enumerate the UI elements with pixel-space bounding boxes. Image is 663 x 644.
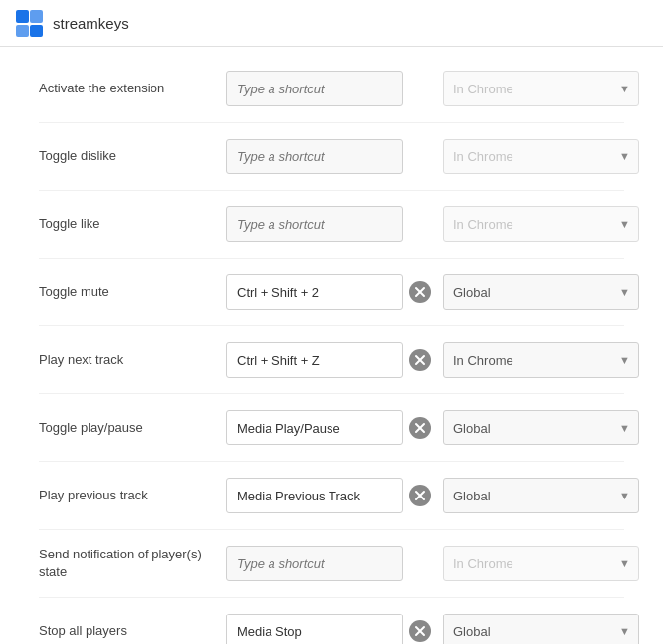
- shortcut-input-wrap-toggle-mute: [226, 274, 431, 310]
- svg-rect-1: [30, 10, 43, 23]
- shortcut-row-send-notification: Send notification of player(s) stateIn C…: [39, 530, 624, 598]
- clear-shortcut-button-play-next[interactable]: [409, 349, 431, 371]
- shortcut-label-play-next: Play next track: [39, 351, 226, 369]
- shortcut-input-wrap-stop-all: [226, 614, 431, 644]
- shortcut-input-wrap-toggle-play: [226, 410, 431, 445]
- shortcut-row-toggle-dislike: Toggle dislikeIn ChromeGlobal▼: [39, 123, 624, 191]
- scope-wrap-toggle-dislike: In ChromeGlobal▼: [443, 139, 639, 174]
- svg-rect-3: [30, 25, 43, 37]
- scope-select-toggle-like[interactable]: In ChromeGlobal: [443, 206, 639, 242]
- clear-shortcut-button-stop-all[interactable]: [409, 620, 431, 642]
- svg-rect-0: [16, 10, 29, 23]
- shortcut-input-toggle-dislike[interactable]: [226, 139, 403, 174]
- shortcut-input-stop-all[interactable]: [226, 614, 403, 644]
- scope-wrap-play-prev: In ChromeGlobal▼: [443, 478, 639, 513]
- shortcut-label-play-prev: Play previous track: [39, 487, 226, 504]
- scope-select-play-prev[interactable]: In ChromeGlobal: [443, 478, 639, 513]
- shortcuts-list: Activate the extensionIn ChromeGlobal▼To…: [0, 47, 663, 644]
- shortcut-row-play-prev: Play previous track In ChromeGlobal▼: [39, 462, 624, 530]
- scope-wrap-stop-all: In ChromeGlobal▼: [443, 614, 639, 644]
- scope-wrap-send-notification: In ChromeGlobal▼: [443, 546, 639, 581]
- app-logo: [16, 10, 43, 37]
- scope-select-toggle-play[interactable]: In ChromeGlobal: [443, 410, 639, 445]
- svg-rect-2: [16, 25, 29, 37]
- shortcut-input-send-notification[interactable]: [226, 546, 403, 581]
- shortcut-input-wrap-play-next: [226, 342, 431, 378]
- scope-select-toggle-dislike[interactable]: In ChromeGlobal: [443, 139, 639, 174]
- shortcut-label-toggle-dislike: Toggle dislike: [39, 147, 226, 165]
- shortcut-input-play-prev[interactable]: [226, 478, 403, 513]
- scope-wrap-activate: In ChromeGlobal▼: [443, 71, 639, 106]
- clear-shortcut-button-toggle-play[interactable]: [409, 417, 431, 439]
- shortcut-label-toggle-mute: Toggle mute: [39, 283, 226, 301]
- shortcut-label-toggle-like: Toggle like: [39, 215, 226, 233]
- shortcut-input-activate[interactable]: [226, 71, 403, 106]
- scope-wrap-play-next: In ChromeGlobal▼: [443, 342, 639, 378]
- scope-select-activate[interactable]: In ChromeGlobal: [443, 71, 639, 106]
- shortcut-input-wrap-activate: [226, 71, 431, 106]
- shortcut-row-play-next: Play next track In ChromeGlobal▼: [39, 326, 624, 394]
- shortcut-input-toggle-play[interactable]: [226, 410, 403, 445]
- shortcut-label-toggle-play: Toggle play/pause: [39, 419, 226, 437]
- shortcut-input-play-next[interactable]: [226, 342, 403, 378]
- app-header: streamkeys: [0, 0, 663, 47]
- shortcut-row-toggle-play: Toggle play/pause In ChromeGlobal▼: [39, 394, 624, 462]
- app-title: streamkeys: [53, 15, 129, 31]
- scope-wrap-toggle-play: In ChromeGlobal▼: [443, 410, 639, 445]
- shortcut-label-send-notification: Send notification of player(s) state: [39, 546, 226, 581]
- scope-wrap-toggle-mute: In ChromeGlobal▼: [443, 274, 639, 310]
- shortcut-input-wrap-toggle-dislike: [226, 139, 431, 174]
- scope-select-toggle-mute[interactable]: In ChromeGlobal: [443, 274, 639, 310]
- shortcut-row-activate: Activate the extensionIn ChromeGlobal▼: [39, 55, 624, 123]
- scope-select-stop-all[interactable]: In ChromeGlobal: [443, 614, 639, 644]
- shortcut-row-toggle-mute: Toggle mute In ChromeGlobal▼: [39, 259, 624, 326]
- shortcut-input-wrap-play-prev: [226, 478, 431, 513]
- scope-wrap-toggle-like: In ChromeGlobal▼: [443, 206, 639, 242]
- shortcut-label-stop-all: Stop all players: [39, 622, 226, 640]
- shortcut-label-activate: Activate the extension: [39, 80, 226, 97]
- clear-shortcut-button-play-prev[interactable]: [409, 485, 431, 506]
- scope-select-send-notification[interactable]: In ChromeGlobal: [443, 546, 639, 581]
- shortcut-input-toggle-like[interactable]: [226, 206, 403, 242]
- clear-shortcut-button-toggle-mute[interactable]: [409, 281, 431, 303]
- shortcut-input-toggle-mute[interactable]: [226, 274, 403, 310]
- shortcut-input-wrap-send-notification: [226, 546, 431, 581]
- shortcut-input-wrap-toggle-like: [226, 206, 431, 242]
- shortcut-row-stop-all: Stop all players In ChromeGlobal▼: [39, 598, 624, 644]
- shortcut-row-toggle-like: Toggle likeIn ChromeGlobal▼: [39, 191, 624, 259]
- scope-select-play-next[interactable]: In ChromeGlobal: [443, 342, 639, 378]
